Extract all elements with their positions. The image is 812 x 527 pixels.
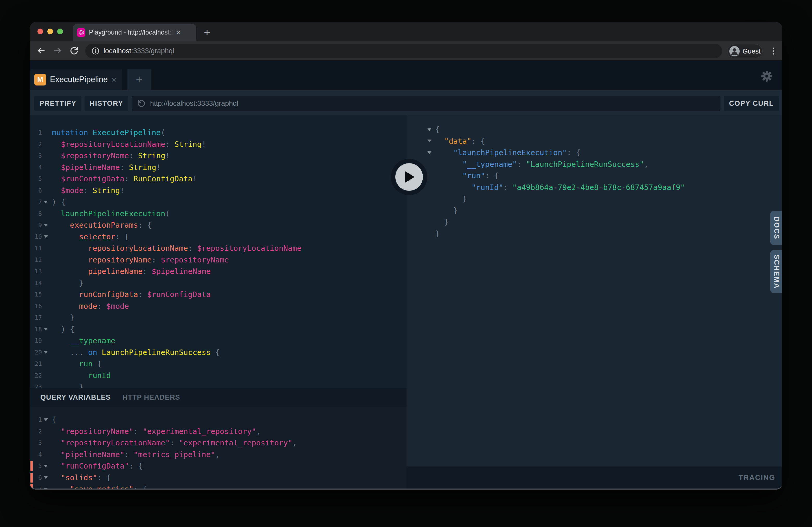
- response-viewer[interactable]: { "data": { "launchPipelineExecution": {…: [407, 115, 782, 466]
- response-code-line: {: [407, 124, 782, 135]
- fold-arrow-icon[interactable]: [44, 418, 48, 421]
- copy-curl-button[interactable]: COPY CURL: [724, 96, 779, 111]
- query-code-line: 13 pipelineName: $pipelineName: [30, 266, 407, 277]
- minimize-window-button[interactable]: [47, 29, 53, 34]
- fold-arrow-icon[interactable]: [44, 328, 48, 331]
- reload-icon[interactable]: [70, 46, 79, 55]
- query-editor[interactable]: 1mutation ExecutePipeline(2 $repositoryL…: [30, 115, 407, 388]
- variables-code-line: 4 "pipelineName": "metrics_pipeline",: [30, 449, 407, 461]
- browser-tab-close-icon[interactable]: ×: [176, 28, 181, 36]
- query-code-line: 18 ) {: [30, 323, 407, 335]
- query-code-line: 16 mode: $mode: [30, 300, 407, 312]
- line-number: 3: [30, 152, 42, 159]
- line-number: 21: [30, 360, 42, 367]
- endpoint-history-icon: [137, 99, 146, 108]
- query-code-line: 22 runId: [30, 370, 407, 381]
- tab-http-headers[interactable]: HTTP HEADERS: [122, 393, 180, 402]
- line-number: 4: [30, 451, 42, 458]
- query-code-line: 19 __typename: [30, 335, 407, 347]
- line-number: 11: [30, 245, 42, 252]
- address-bar[interactable]: localhost:3333/graphql: [85, 44, 722, 58]
- docs-side-tab[interactable]: DOCS: [770, 211, 782, 245]
- query-code-line: 1mutation ExecutePipeline(: [30, 127, 407, 138]
- query-code-line: 23 }: [30, 381, 407, 388]
- zoom-window-button[interactable]: [57, 29, 63, 34]
- response-code-line: "__typename": "LaunchPipelineRunSuccess"…: [407, 159, 782, 170]
- response-code-line: }: [407, 228, 782, 240]
- line-number: 9: [30, 222, 42, 228]
- fold-arrow-icon[interactable]: [44, 351, 48, 354]
- line-number: 2: [30, 428, 42, 435]
- query-code-line: 4 $pipelineName: String!: [30, 162, 407, 173]
- address-url: localhost:3333/graphql: [103, 47, 174, 55]
- fold-arrow-icon[interactable]: [427, 151, 432, 154]
- fold-arrow-icon[interactable]: [44, 224, 48, 227]
- line-number: 8: [30, 210, 42, 217]
- schema-label: SCHEMA: [772, 254, 780, 289]
- query-variables-editor[interactable]: 1{2 "repositoryName": "experimental_repo…: [30, 407, 407, 488]
- fold-arrow-icon[interactable]: [44, 476, 48, 479]
- query-code-line: 14 }: [30, 277, 407, 289]
- variables-code-line: 5 "runConfigData": {: [30, 460, 407, 472]
- query-code-line: 15 runConfigData: $runConfigData: [30, 289, 407, 300]
- browser-menu-icon[interactable]: [772, 46, 775, 56]
- play-icon: [395, 163, 423, 191]
- profile-chip[interactable]: Guest: [727, 44, 763, 58]
- line-number: 12: [30, 256, 42, 263]
- query-code-line: 2 $repositoryLocationName: String!: [30, 138, 407, 150]
- line-number: 18: [30, 326, 42, 333]
- prettify-button[interactable]: PRETTIFY: [34, 96, 82, 111]
- session-tab-executepipeline[interactable]: M ExecutePipeline ×: [30, 69, 122, 90]
- tracing-panel[interactable]: TRACING: [407, 466, 782, 488]
- close-window-button[interactable]: [38, 29, 43, 34]
- query-code-line: 3 $repositoryName: String!: [30, 150, 407, 162]
- line-number: 20: [30, 349, 42, 356]
- bottom-panel-tabs: QUERY VARIABLES HTTP HEADERS: [30, 388, 407, 407]
- browser-toolbar: localhost:3333/graphql Guest: [30, 41, 782, 61]
- site-info-icon[interactable]: [91, 47, 99, 55]
- fold-arrow-icon[interactable]: [427, 128, 432, 131]
- response-code-line: "run": {: [407, 170, 782, 182]
- settings-gear-icon[interactable]: [761, 70, 773, 82]
- variables-code-line: 7 "save_metrics": {: [30, 483, 407, 488]
- playground-toolbar: PRETTIFY HISTORY http://localhost:3333/g…: [30, 90, 782, 115]
- fold-arrow-icon[interactable]: [44, 235, 48, 238]
- fold-arrow-icon[interactable]: [44, 465, 48, 467]
- query-code-line: 12 repositoryName: $repositoryName: [30, 254, 407, 266]
- fold-arrow-icon[interactable]: [44, 488, 48, 488]
- query-code-line: 5 $runConfigData: RunConfigData!: [30, 173, 407, 185]
- line-number: 13: [30, 268, 42, 275]
- tab-query-variables[interactable]: QUERY VARIABLES: [40, 393, 111, 402]
- browser-tab[interactable]: Playground - http://localhost:3 ×: [73, 24, 197, 41]
- forward-icon[interactable]: [53, 46, 62, 55]
- query-code-line: 6 $mode: String!: [30, 185, 407, 196]
- query-code-line: 17 }: [30, 312, 407, 323]
- profile-name: Guest: [742, 47, 760, 55]
- fold-arrow-icon[interactable]: [44, 201, 48, 204]
- session-tab-close-icon[interactable]: ×: [111, 75, 117, 84]
- variables-code-line: 1{: [30, 414, 407, 426]
- lint-error-mark: [30, 484, 33, 488]
- line-number: 23: [30, 383, 42, 388]
- browser-window: Playground - http://localhost:3 × + loca…: [30, 22, 782, 490]
- line-number: 17: [30, 314, 42, 321]
- tracing-label: TRACING: [738, 473, 775, 482]
- new-session-tab-button[interactable]: +: [128, 69, 151, 90]
- endpoint-input[interactable]: http://localhost:3333/graphql: [132, 96, 721, 111]
- line-number: 2: [30, 141, 42, 148]
- line-number: 14: [30, 280, 42, 286]
- back-icon[interactable]: [37, 46, 46, 55]
- response-code-line: }: [407, 216, 782, 228]
- schema-side-tab[interactable]: SCHEMA: [770, 250, 782, 293]
- response-code-line: "data": {: [407, 135, 782, 147]
- query-code-line: 21 run {: [30, 358, 407, 370]
- variables-code-line: 6 "solids": {: [30, 472, 407, 484]
- line-number: 6: [30, 187, 42, 194]
- history-button[interactable]: HISTORY: [85, 96, 128, 111]
- execute-play-button[interactable]: [391, 159, 427, 195]
- fold-arrow-icon[interactable]: [427, 139, 432, 142]
- query-code-line: 10 selector: {: [30, 231, 407, 243]
- browser-new-tab-button[interactable]: +: [200, 26, 214, 39]
- endpoint-url: http://localhost:3333/graphql: [150, 100, 238, 108]
- response-code-line: }: [407, 193, 782, 205]
